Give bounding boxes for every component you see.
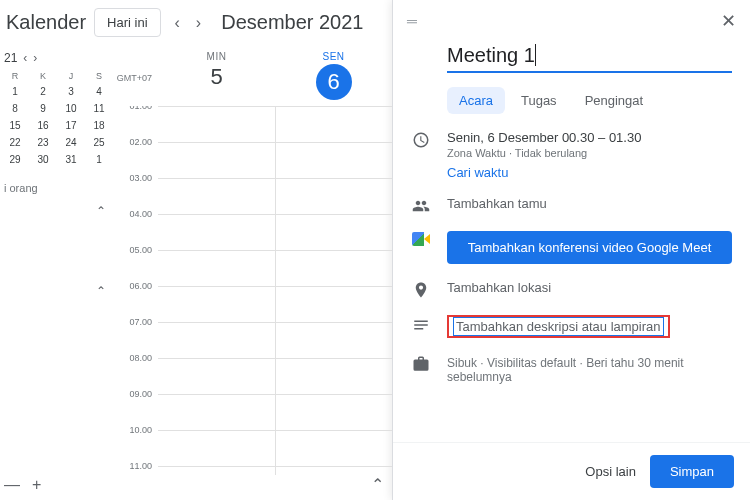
month-title: Desember 2021 (221, 11, 363, 34)
mini-day[interactable]: 10 (58, 100, 84, 117)
sidebar-collapse-icon[interactable]: — (4, 476, 20, 494)
mini-dow: R (2, 69, 28, 83)
location-icon (411, 280, 431, 299)
hour-label: 07.00 (112, 317, 158, 353)
mini-day[interactable]: 4 (86, 83, 112, 100)
mini-day[interactable]: 23 (30, 134, 56, 151)
meet-icon (411, 231, 431, 246)
mini-next-button[interactable]: › (33, 51, 37, 65)
mini-day[interactable]: 1 (86, 151, 112, 168)
today-button[interactable]: Hari ini (94, 8, 160, 37)
mini-day[interactable]: 2 (30, 83, 56, 100)
clock-icon (411, 130, 431, 149)
hour-label: 10.00 (112, 425, 158, 461)
briefcase-icon (411, 354, 431, 373)
drag-handle-icon[interactable]: ═ (407, 13, 415, 29)
save-button[interactable]: Simpan (650, 455, 734, 488)
datetime-field[interactable]: Senin, 6 Desember 00.30 – 01.30 Zona Wak… (447, 130, 732, 180)
event-title-input[interactable]: Meeting 1 (447, 42, 732, 73)
hour-label: 09.00 (112, 389, 158, 425)
hour-label: 05.00 (112, 245, 158, 281)
calendar-grid[interactable]: 🔁 take out the trash (158, 106, 392, 475)
find-time-link[interactable]: Cari waktu (447, 165, 508, 180)
more-options-button[interactable]: Opsi lain (585, 464, 636, 479)
mini-dow: K (30, 69, 56, 83)
availability-field[interactable]: Sibuk · Visibilitas default · Beri tahu … (447, 356, 732, 384)
tab-reminder[interactable]: Pengingat (573, 87, 656, 114)
timezone-label: GMT+07 (112, 45, 158, 106)
mini-cal-label: 21 (4, 51, 17, 65)
close-icon[interactable]: ✕ (721, 10, 736, 32)
mini-day[interactable]: 3 (58, 83, 84, 100)
prev-period-button[interactable]: ‹ (169, 10, 186, 36)
section-collapse-icon[interactable]: ⌃ (2, 198, 112, 218)
mini-day[interactable]: 17 (58, 117, 84, 134)
hour-label: 04.00 (112, 209, 158, 245)
mini-dow: J (58, 69, 84, 83)
tab-task[interactable]: Tugas (509, 87, 569, 114)
mini-day[interactable]: 22 (2, 134, 28, 151)
section-collapse-icon[interactable]: ⌃ (2, 278, 112, 298)
hour-label: 02.00 (112, 137, 158, 173)
add-guests-field[interactable]: Tambahkan tamu (447, 196, 732, 211)
section-collapse-icon[interactable]: ⌃ (371, 475, 384, 494)
guests-icon (411, 196, 431, 215)
mini-day[interactable]: 1 (2, 83, 28, 100)
tab-event[interactable]: Acara (447, 87, 505, 114)
add-description-field[interactable]: Tambahkan deskripsi atau lampiran (453, 317, 664, 336)
mini-day[interactable]: 16 (30, 117, 56, 134)
mini-day[interactable]: 18 (86, 117, 112, 134)
hour-label: 08.00 (112, 353, 158, 389)
mini-day[interactable]: 15 (2, 117, 28, 134)
mini-day[interactable]: 25 (86, 134, 112, 151)
mini-prev-button[interactable]: ‹ (23, 51, 27, 65)
mini-day[interactable]: 29 (2, 151, 28, 168)
add-location-field[interactable]: Tambahkan lokasi (447, 280, 732, 295)
app-title: Kalender (6, 11, 86, 34)
hour-label: 11.00 (112, 461, 158, 475)
highlight-annotation: Tambahkan deskripsi atau lampiran (447, 315, 670, 338)
mini-day[interactable]: 8 (2, 100, 28, 117)
mini-dow: S (86, 69, 112, 83)
mini-day[interactable]: 31 (58, 151, 84, 168)
hour-label: 01.00 (112, 106, 158, 137)
search-people-input[interactable]: i orang (2, 178, 112, 198)
description-icon (411, 315, 431, 334)
day-column-header[interactable]: SEN 6 (275, 45, 392, 106)
add-calendar-icon[interactable]: + (32, 476, 41, 494)
day-column-header[interactable]: MIN 5 (158, 45, 275, 106)
hour-label: 03.00 (112, 173, 158, 209)
next-period-button[interactable]: › (190, 10, 207, 36)
mini-day[interactable]: 30 (30, 151, 56, 168)
add-meet-button[interactable]: Tambahkan konferensi video Google Meet (447, 231, 732, 264)
mini-day[interactable]: 9 (30, 100, 56, 117)
hour-label: 06.00 (112, 281, 158, 317)
mini-day[interactable]: 11 (86, 100, 112, 117)
mini-day[interactable]: 24 (58, 134, 84, 151)
